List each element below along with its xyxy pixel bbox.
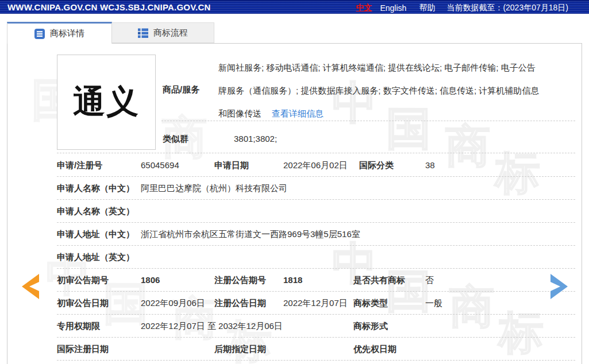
applicant-cn-value: 阿里巴巴达摩院（杭州）科技有限公司 <box>141 183 287 194</box>
applicant-cn-label: 申请人名称（中文） <box>57 183 134 194</box>
lang-chinese-link[interactable]: 中文 <box>356 3 372 13</box>
prelim-date-label: 初审公告日期 <box>57 298 109 309</box>
flow-list-icon <box>138 28 148 38</box>
watermark-char: 标 <box>499 310 544 355</box>
row-separator <box>57 360 575 361</box>
goods-services-label: 商品/服务 <box>163 84 199 95</box>
prelim-no-value: 1806 <box>141 275 160 285</box>
trademark-image-text: 通义 <box>73 80 140 124</box>
row-separator <box>57 245 575 246</box>
row-separator <box>57 314 575 315</box>
similar-group-value: 3801;3802; <box>234 134 277 144</box>
top-bar: WWW.CNIPA.GOV.CN WCJS.SBJ.CNIPA.GOV.CN 中… <box>0 0 589 14</box>
exclusive-period-value: 2022年12月07日 至 2032年12月06日 <box>141 321 283 332</box>
reg-no-label: 注册公告期号 <box>214 275 266 286</box>
goods-line-text: 和图像传送 <box>218 109 261 118</box>
tm-type-value: 一般 <box>425 298 442 309</box>
prelim-no-label: 初审公告期号 <box>57 275 109 286</box>
row-separator <box>57 291 575 292</box>
lang-english-link[interactable]: English <box>380 3 406 13</box>
tm-form-label: 商标形式 <box>353 321 388 332</box>
exclusive-period-label: 专用权期限 <box>57 321 100 332</box>
priority-date-label: 优先权日期 <box>353 344 396 355</box>
intl-class-label: 国际分类 <box>359 160 394 171</box>
row-separator <box>57 222 575 223</box>
watermark-char: 标 <box>495 150 540 195</box>
address-cn-value: 浙江省杭州市余杭区五常街道文一西路969号3幢5层516室 <box>141 229 360 240</box>
app-no-label: 申请/注册号 <box>57 160 102 171</box>
row-separator <box>57 176 575 177</box>
row-separator <box>57 337 575 338</box>
row-separator <box>57 153 575 153</box>
reg-date-value: 2022年12月07日 <box>283 298 348 309</box>
tab-details-label: 商标详情 <box>50 28 84 39</box>
help-link[interactable]: 帮助 <box>419 3 435 13</box>
tab-flow-label: 商标流程 <box>153 28 188 38</box>
intl-class-value: 38 <box>425 160 435 170</box>
reg-no-value: 1818 <box>283 275 302 285</box>
topbar-links: 中文 English 帮助 当前数据截至：(2023年07月18日) <box>356 3 568 13</box>
details-list-icon <box>34 29 45 39</box>
later-date-label: 后期指定日期 <box>214 344 266 355</box>
similar-group-label: 类似群 <box>163 134 188 145</box>
goods-line: 新闻社服务; 移动电话通信; 计算机终端通信; 提供在线论坛; 电子邮件传输; … <box>218 56 539 79</box>
row-separator <box>57 199 575 200</box>
reg-date-label: 注册公告日期 <box>214 298 266 309</box>
tab-trademark-details[interactable]: 商标详情 <box>7 22 112 44</box>
intl-reg-date-label: 国际注册日期 <box>57 344 109 355</box>
prelim-date-value: 2022年09月06日 <box>141 298 205 309</box>
previous-arrow-button[interactable] <box>19 273 40 300</box>
trademark-image: 通义 <box>57 55 156 150</box>
goods-line: 和图像传送查看详细信息 <box>218 102 539 125</box>
tm-type-label: 商标类型 <box>353 298 388 309</box>
site-urls: WWW.CNIPA.GOV.CN WCJS.SBJ.CNIPA.GOV.CN <box>7 2 210 12</box>
app-date-value: 2022年06月02日 <box>283 160 348 171</box>
app-no-value: 65045694 <box>141 160 179 170</box>
applicant-en-label: 申请人名称（英文） <box>57 206 134 217</box>
app-date-label: 申请日期 <box>214 160 249 171</box>
next-arrow-button[interactable] <box>550 273 571 300</box>
shared-value: 否 <box>425 275 434 286</box>
data-until-label: 当前数据截至：(2023年07月18日) <box>446 3 568 13</box>
address-en-label: 申请人地址（英文） <box>57 252 134 263</box>
watermark-char: 商 <box>445 123 490 168</box>
tab-trademark-flow[interactable]: 商标流程 <box>112 22 214 43</box>
address-cn-label: 申请人地址（中文） <box>57 229 134 240</box>
row-separator <box>57 268 575 269</box>
trademark-detail-panel: 中 国 商 标 中 国 商 标 国 商 中 国 商 标 通义 商品/服务 新闻社… <box>7 43 582 364</box>
goods-line: 牌服务（通信服务）; 提供数据库接入服务; 数字文件传送; 信息传送; 计算机辅… <box>218 79 539 102</box>
goods-services-value: 新闻社服务; 移动电话通信; 计算机终端通信; 提供在线论坛; 电子邮件传输; … <box>218 56 539 125</box>
view-detail-link[interactable]: 查看详细信息 <box>272 109 324 118</box>
shared-label: 是否共有商标 <box>353 275 405 286</box>
